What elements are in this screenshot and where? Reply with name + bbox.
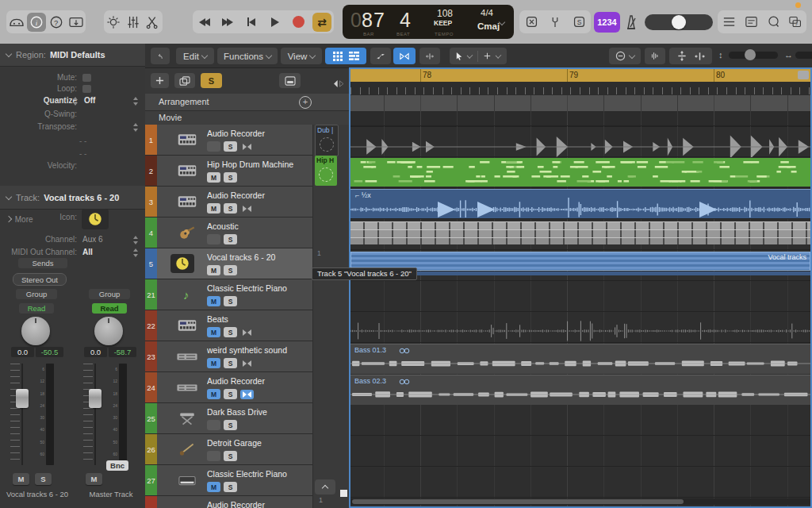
loop-browser-icon[interactable] <box>764 13 783 32</box>
master-volume-slider[interactable] <box>645 14 713 30</box>
volume-fader[interactable] <box>89 364 102 465</box>
back-button[interactable] <box>151 48 170 64</box>
region-bass-02[interactable]: Bass 02.3 <box>350 375 810 405</box>
region-row-quantize[interactable]: QuantizeOff <box>0 96 145 108</box>
record-button[interactable] <box>289 13 308 32</box>
add-track-button[interactable] <box>151 73 169 88</box>
track-name[interactable]: Hip Hop Drum Machine <box>207 160 326 169</box>
solo-button[interactable]: S <box>224 420 237 430</box>
region-acoustic-1[interactable] <box>350 229 810 237</box>
group-button[interactable]: Group <box>16 289 57 299</box>
quick-help-icon[interactable]: ? <box>47 13 66 32</box>
editors-icon[interactable] <box>144 13 163 32</box>
toolbar-icon[interactable] <box>67 13 86 32</box>
track-inspector-header2[interactable]: Track: Vocal tracks 6 - 20 <box>0 187 145 210</box>
solo-box-icon[interactable]: S <box>569 13 588 32</box>
flex-button[interactable] <box>240 390 254 399</box>
scrollbar-thumb[interactable] <box>352 499 684 504</box>
smart-controls-icon[interactable] <box>104 13 123 32</box>
track-name[interactable]: Classic Electric Piano <box>207 283 326 293</box>
solo-button[interactable]: S <box>224 358 237 368</box>
volume-fader[interactable] <box>16 364 29 465</box>
mute-button[interactable]: M <box>207 203 220 214</box>
region-hip-hop-drum-machine[interactable] <box>350 158 810 187</box>
edit-menu[interactable]: Edit <box>176 48 214 64</box>
patch-cell[interactable]: Dub | <box>315 125 339 156</box>
track-name[interactable]: Audio Recorder <box>207 129 326 138</box>
stepper-icon[interactable] <box>133 248 139 257</box>
functions-menu[interactable]: Functions <box>217 48 278 64</box>
catch-playhead-button[interactable] <box>419 48 440 64</box>
automation-read-button[interactable]: Read <box>92 303 127 314</box>
mute-button[interactable]: M <box>207 296 220 306</box>
cycle-region[interactable]: 787980 <box>350 69 810 82</box>
track-name[interactable]: Vocal tracks 6 - 20 <box>207 252 326 262</box>
arrangement-track-header[interactable]: Arrangement + <box>145 94 349 111</box>
rewind-button[interactable] <box>195 13 214 32</box>
mute-button[interactable]: M <box>207 327 220 337</box>
solo-button[interactable]: S <box>224 203 237 214</box>
flex-button[interactable] <box>393 48 416 64</box>
automation-read-button[interactable]: Read <box>19 303 54 314</box>
resize-handle[interactable] <box>340 490 347 497</box>
horizontal-scrollbar[interactable] <box>350 498 810 505</box>
cycle-button[interactable]: ⇄ <box>312 13 331 32</box>
region-row-mute[interactable]: Mute: <box>0 73 145 85</box>
horizontal-zoom-slider[interactable] <box>795 52 812 59</box>
media-browser-icon[interactable]: ♪ <box>786 13 805 32</box>
solo-button[interactable]: S <box>224 265 237 275</box>
mixer-icon[interactable] <box>124 13 143 32</box>
mute-button[interactable]: M <box>207 389 220 399</box>
solo-button[interactable]: S <box>224 234 237 244</box>
add-arrangement-icon[interactable]: + <box>299 96 312 109</box>
solo-button[interactable]: S <box>224 451 237 461</box>
scroll-arrows[interactable] <box>333 77 345 91</box>
region-acoustic-0[interactable] <box>350 221 810 229</box>
flex-button[interactable] <box>240 142 254 152</box>
library-icon[interactable] <box>7 13 26 32</box>
flex-button[interactable] <box>240 204 254 214</box>
region-audio-recorder-blue[interactable]: ⌐ ½x <box>350 189 810 218</box>
solo-mode-button[interactable]: S <box>201 73 222 88</box>
mute-button[interactable]: M <box>207 265 220 275</box>
volume-value[interactable]: 0.0 <box>11 347 34 357</box>
play-button[interactable] <box>266 13 285 32</box>
bounce-button[interactable]: Bnc <box>106 460 128 471</box>
output-button[interactable]: Stereo Out <box>13 273 67 286</box>
duplicate-track-button[interactable] <box>174 73 195 88</box>
track-name[interactable]: Classic Electric Piano <box>207 469 326 479</box>
strip-solo-button[interactable]: S <box>35 473 52 485</box>
inspector-icon[interactable]: i <box>27 13 46 32</box>
region-audio-recorder[interactable] <box>350 126 810 157</box>
region-bass-01[interactable]: Bass 01.3 <box>350 344 810 374</box>
fader-handle[interactable] <box>16 389 29 408</box>
strip-mute-button[interactable]: M <box>86 473 102 485</box>
volume-value[interactable]: 0.0 <box>84 347 107 357</box>
region-inspector-header[interactable]: Region: MIDI Defaults <box>0 44 145 67</box>
track-header-config-button[interactable] <box>279 73 301 88</box>
mute-button[interactable]: M <box>207 482 220 492</box>
ruler-corner[interactable] <box>798 71 809 79</box>
checkbox[interactable] <box>82 74 91 82</box>
movie-track-header[interactable]: Movie <box>145 111 349 125</box>
group-button[interactable]: Group <box>89 289 130 299</box>
forward-button[interactable] <box>218 13 237 32</box>
metronome-icon[interactable] <box>622 13 641 32</box>
no-overlap-icon[interactable] <box>522 13 541 32</box>
grid-view-toggle[interactable] <box>325 48 366 64</box>
patch-cell[interactable]: Hip H <box>315 156 337 186</box>
solo-button[interactable]: S <box>224 327 237 337</box>
region-acoustic-2[interactable] <box>350 237 810 244</box>
go-to-beginning-button[interactable] <box>242 13 261 32</box>
solo-button[interactable]: S <box>224 482 237 492</box>
sends-button[interactable]: Sends <box>18 258 67 268</box>
track-name[interactable]: Beats <box>207 314 326 324</box>
pan-knob[interactable] <box>21 317 50 345</box>
mute-button[interactable]: M <box>207 358 220 368</box>
mute-button[interactable] <box>207 234 220 244</box>
stepper-icon[interactable] <box>133 236 139 244</box>
flex-button[interactable] <box>240 328 254 337</box>
solo-button[interactable]: S <box>224 389 237 399</box>
channel-row[interactable]: Channel: Aux 6 <box>0 235 145 247</box>
stepper-icon[interactable] <box>73 97 79 106</box>
